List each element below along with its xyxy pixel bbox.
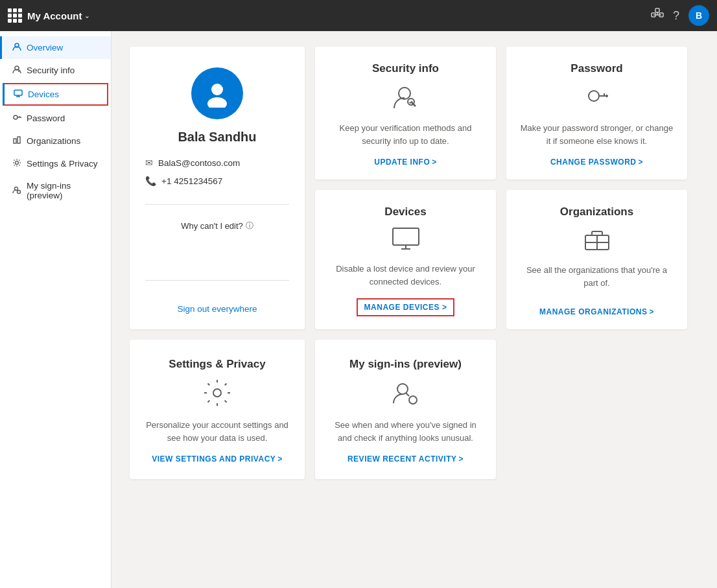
app-launcher-icon[interactable] — [8, 8, 22, 23]
settings-icon — [12, 158, 21, 169]
profile-phone-row: 📞 +1 4251234567 — [145, 176, 289, 186]
sidebar-label-devices: Devices — [28, 89, 59, 99]
security-info-title: Security info — [372, 62, 439, 75]
svg-rect-2 — [655, 8, 659, 12]
sidebar-item-settings[interactable]: Settings & Privacy — [0, 152, 111, 175]
email-icon: ✉ — [145, 158, 153, 168]
password-icon-main — [583, 83, 611, 114]
update-info-arrow: > — [432, 158, 437, 167]
signins-card: My sign-ins (preview) See when and where… — [315, 340, 496, 479]
change-password-link[interactable]: CHANGE PASSWORD > — [550, 158, 643, 167]
update-info-link[interactable]: UPDATE INFO > — [374, 158, 436, 167]
svg-rect-7 — [14, 90, 22, 95]
security-info-desc: Keep your verification methods and secur… — [328, 122, 483, 147]
profile-email-row: ✉ BalaS@contoso.com — [145, 158, 289, 168]
manage-devices-arrow: > — [442, 303, 447, 312]
signins-icon-main — [392, 379, 420, 411]
topbar-right: ? B — [651, 5, 709, 26]
manage-organizations-link[interactable]: MANAGE ORGANIZATIONS > — [539, 307, 654, 316]
app-title-text: My Account — [27, 10, 82, 21]
organizations-desc: See all the organizations that you're a … — [519, 264, 674, 297]
sidebar-label-security-info: Security info — [27, 65, 75, 75]
svg-point-16 — [16, 161, 19, 165]
main-content: Bala Sandhu ✉ BalaS@contoso.com 📞 +1 425… — [112, 31, 717, 588]
security-info-icon-main — [392, 83, 419, 114]
signins-desc: See when and where you've signed in and … — [331, 419, 480, 444]
security-info-icon — [12, 65, 21, 76]
manage-orgs-arrow: > — [649, 307, 654, 316]
signins-title: My sign-ins (preview) — [349, 358, 462, 371]
password-icon — [12, 113, 21, 124]
svg-point-33 — [213, 389, 221, 397]
sidebar-item-signins[interactable]: My sign-ins (preview) — [0, 175, 111, 206]
password-title: Password — [570, 62, 622, 75]
sidebar-item-overview[interactable]: Overview — [0, 36, 111, 59]
view-settings-link[interactable]: VIEW SETTINGS AND PRIVACY > — [152, 454, 283, 464]
organizations-title: Organizations — [560, 206, 633, 218]
devices-title: Devices — [384, 206, 426, 218]
sign-out-link[interactable]: Sign out everywhere — [177, 291, 257, 314]
profile-divider — [145, 204, 289, 205]
view-settings-arrow: > — [277, 454, 283, 464]
review-activity-link[interactable]: REVIEW RECENT ACTIVITY > — [347, 454, 464, 464]
cards-grid: Bala Sandhu ✉ BalaS@contoso.com 📞 +1 425… — [130, 47, 687, 479]
organizations-icon — [12, 135, 21, 147]
devices-card: Devices Disable a lost device and review… — [315, 190, 496, 329]
profile-divider-bottom — [145, 280, 289, 281]
svg-rect-15 — [18, 137, 20, 143]
avatar-letter: B — [696, 10, 702, 21]
sidebar-item-password[interactable]: Password — [0, 107, 111, 130]
password-desc: Make your password stronger, or change i… — [519, 122, 674, 147]
sidebar-label-signins: My sign-ins (preview) — [27, 181, 100, 200]
profile-name: Bala Sandhu — [178, 130, 256, 145]
svg-point-19 — [211, 84, 223, 95]
manage-devices-link[interactable]: MANAGE DEVICES > — [357, 298, 455, 316]
svg-rect-27 — [393, 228, 419, 245]
sidebar-label-password: Password — [27, 113, 65, 123]
app-title[interactable]: My Account ⌄ — [27, 10, 89, 21]
svg-rect-14 — [14, 139, 16, 143]
settings-privacy-card: Settings & Privacy Personalize your acco… — [130, 340, 305, 479]
title-chevron-icon: ⌄ — [84, 12, 89, 19]
sidebar-label-overview: Overview — [27, 43, 63, 53]
profile-avatar — [191, 67, 243, 119]
why-edit-info-icon[interactable]: ⓘ — [246, 220, 253, 231]
why-edit-text: Why can't I edit? ⓘ — [181, 220, 253, 231]
devices-icon-main — [391, 226, 421, 255]
svg-point-20 — [207, 97, 227, 108]
profile-phone: +1 4251234567 — [161, 176, 222, 186]
profile-card: Bala Sandhu ✉ BalaS@contoso.com 📞 +1 425… — [130, 47, 305, 329]
settings-icon-main — [203, 379, 231, 411]
review-activity-arrow: > — [459, 454, 464, 464]
phone-icon: 📞 — [145, 176, 156, 186]
sidebar-item-organizations[interactable]: Organizations — [0, 130, 111, 152]
svg-point-23 — [589, 91, 599, 101]
topbar-left: My Account ⌄ — [8, 8, 89, 23]
sidebar-item-devices[interactable]: Devices — [3, 83, 108, 106]
password-card: Password Make your password stronger, or… — [506, 47, 687, 180]
change-password-arrow: > — [639, 158, 644, 167]
devices-icon — [14, 89, 23, 100]
sidebar-item-security-info[interactable]: Security info — [0, 59, 111, 82]
topbar: My Account ⌄ ? B — [0, 0, 717, 31]
svg-line-36 — [406, 393, 409, 396]
org-switcher-icon[interactable] — [651, 8, 664, 24]
organizations-icon-main — [583, 226, 611, 256]
sidebar-label-organizations: Organizations — [27, 136, 80, 146]
settings-desc: Personalize your account settings and se… — [145, 419, 289, 444]
security-info-card: Security info Keep your verification met… — [315, 47, 496, 180]
user-avatar[interactable]: B — [688, 5, 709, 26]
svg-point-10 — [14, 115, 18, 119]
profile-info: ✉ BalaS@contoso.com 📞 +1 4251234567 — [145, 158, 289, 194]
signins-icon — [12, 185, 21, 196]
svg-point-35 — [409, 396, 417, 404]
devices-desc: Disable a lost device and review your co… — [328, 263, 483, 288]
help-icon[interactable]: ? — [673, 9, 679, 23]
organizations-card: Organizations See all the organizations … — [506, 190, 687, 329]
sidebar-label-settings: Settings & Privacy — [27, 159, 98, 169]
main-layout: Overview Security info Devic — [0, 31, 717, 588]
sidebar: Overview Security info Devic — [0, 31, 112, 588]
overview-icon — [12, 42, 21, 53]
profile-email: BalaS@contoso.com — [158, 158, 240, 168]
settings-title: Settings & Privacy — [169, 358, 265, 371]
